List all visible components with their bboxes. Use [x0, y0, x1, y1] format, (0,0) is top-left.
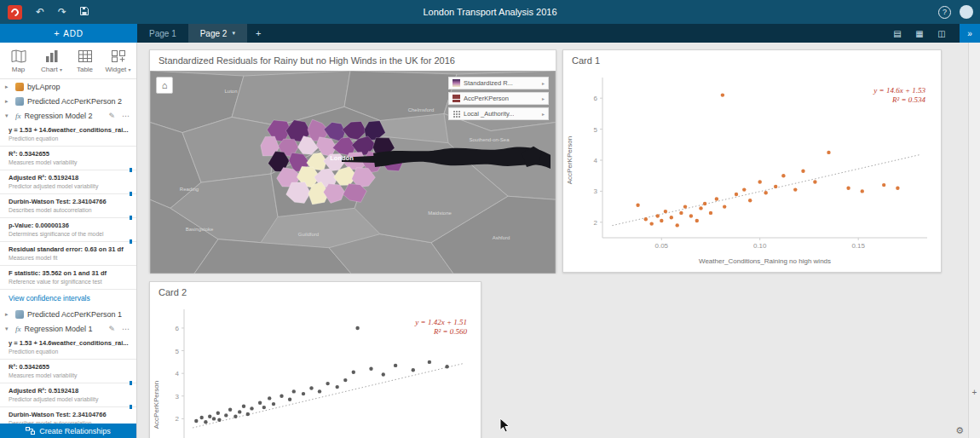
svg-text:AccPerKPerson: AccPerKPerson [153, 381, 160, 429]
tool-chart[interactable]: Chart ▾ [35, 49, 68, 73]
function-icon: fx [15, 325, 21, 333]
card-2-title: Card 2 [150, 282, 481, 303]
map-card-title: Standardized Residuals for Rainy but no … [150, 50, 556, 71]
legend-item-residuals[interactable]: Standardized R... ▸ [448, 77, 549, 89]
grid-view-icon[interactable]: ▦ [908, 29, 931, 38]
stat-row: y = 1.53 + 14.6weather_conditions_rai...… [0, 336, 136, 360]
card1-scatter-plot[interactable]: 234560.050.100.15Weather_Conditions_Rain… [563, 71, 941, 272]
stat-caption: Determines significance of the model [9, 230, 130, 239]
svg-text:Basingstoke: Basingstoke [186, 227, 214, 232]
relationship-icon [26, 427, 35, 435]
chevron-right-icon[interactable]: ▸ [5, 311, 12, 318]
svg-text:5: 5 [176, 348, 180, 355]
save-icon[interactable] [73, 6, 95, 19]
grid-swatch-icon [453, 110, 460, 118]
layout-icon[interactable]: ▤ [886, 29, 908, 38]
settings-gear-icon[interactable]: ⚙ [955, 425, 964, 436]
chevron-down-icon[interactable]: ▾ [129, 67, 131, 72]
user-avatar[interactable] [960, 5, 973, 19]
svg-text:R² = 0.560: R² = 0.560 [433, 327, 468, 336]
legend-item-local-authority[interactable]: Local _Authority... ▸ [448, 107, 549, 120]
svg-text:AccPerKPerson: AccPerKPerson [566, 136, 574, 184]
map-legend: Standardized R... ▸ AccPerKPerson ▸ Loca… [448, 77, 549, 123]
add-card-icon[interactable]: + [969, 388, 980, 397]
page-tab-bar: + ADD Page 1 Page 2 ▾ + ▤ ▦ ◫ » [0, 24, 980, 43]
sidebar-item-regression-2[interactable]: ▾ fx Regression Model 2 ✎ ⋯ [0, 108, 136, 123]
panel-toggle-icon[interactable]: » [960, 24, 980, 43]
svg-text:y = 1.42x + 1.51: y = 1.42x + 1.51 [414, 318, 467, 326]
svg-text:0.05: 0.05 [654, 242, 668, 250]
options-icon[interactable]: ⋯ [120, 325, 131, 333]
svg-text:London: London [330, 154, 354, 162]
svg-text:Maidstone: Maidstone [428, 210, 452, 216]
regression-label: Regression Model 2 [25, 112, 93, 120]
redo-icon[interactable]: ↷ [51, 6, 73, 18]
esri-logo [0, 0, 29, 24]
card2-scatter-plot[interactable]: 23456AccPerKPersony = 1.42x + 1.51R² = 0… [150, 303, 481, 438]
chevron-down-icon[interactable]: ▾ [232, 30, 235, 37]
rename-icon[interactable]: ✎ [107, 325, 117, 333]
tab-label: Page 1 [149, 29, 176, 38]
map-viewport[interactable]: LutonChelmsfordColchesterSouthend-on-Sea… [150, 71, 556, 274]
svg-text:3: 3 [594, 187, 598, 195]
chevron-down-icon[interactable]: ▾ [5, 326, 12, 332]
tab-page-2[interactable]: Page 2 ▾ [188, 24, 247, 43]
stat-row: p-Value: 0.00000136 Determines significa… [0, 218, 136, 242]
confidence-intervals-link[interactable]: View confidence intervals [0, 290, 136, 307]
rename-icon[interactable]: ✎ [107, 112, 117, 120]
add-button[interactable]: + ADD [0, 24, 137, 43]
sidebar-item-bylaprop[interactable]: ▸ byLAprop [0, 79, 136, 94]
tab-page-1[interactable]: Page 1 [137, 24, 188, 43]
tool-table[interactable]: Table [68, 49, 101, 73]
regression-2-stats: y = 1.53 + 14.6weather_conditions_rai...… [0, 123, 136, 290]
stat-value: y = 1.53 + 14.6weather_conditions_rai... [9, 125, 130, 135]
regression-1-stats: y = 1.53 + 14.6weather_conditions_rai...… [0, 336, 136, 438]
stat-value: Durbin-Watson Test: 2.34104766 [9, 197, 130, 206]
create-relationships-button[interactable]: Create Relationships [0, 424, 136, 438]
dataset-icon [15, 83, 24, 91]
regression-label: Regression Model 1 [25, 325, 93, 333]
scatter-card-2[interactable]: Card 2 23456AccPerKPersony = 1.42x + 1.5… [149, 281, 481, 438]
app-window: ↶ ↷ London Transport Analysis 2016 ? + A… [0, 0, 980, 438]
sidebar-item-predicted-1[interactable]: ▸ Predicted AccPerKPerson 1 [0, 307, 136, 321]
svg-text:4: 4 [176, 370, 180, 377]
chevron-right-icon[interactable]: ▸ [5, 84, 12, 90]
svg-text:Chelmsford: Chelmsford [408, 107, 435, 112]
chevron-right-icon[interactable]: ▸ [542, 95, 545, 101]
tool-widget[interactable]: Widget ▾ [101, 49, 135, 73]
legend-item-accperkperson[interactable]: AccPerKPerson ▸ [448, 92, 549, 105]
tool-map[interactable]: Map [2, 49, 35, 73]
svg-text:6: 6 [594, 95, 598, 102]
svg-text:4: 4 [594, 157, 598, 164]
stat-value: Durbin-Watson Test: 2.34104766 [9, 410, 130, 419]
svg-text:3: 3 [176, 393, 180, 401]
home-extent-button[interactable]: ⌂ [156, 77, 173, 94]
slides-icon[interactable]: ◫ [931, 29, 953, 38]
chevron-down-icon[interactable]: ▾ [5, 112, 12, 119]
stat-caption: Prediction equation [9, 348, 130, 356]
stat-value: Adjusted R²: 0.5192418 [9, 173, 130, 182]
svg-text:Weather_Conditions_Raining no: Weather_Conditions_Raining no high winds [699, 257, 831, 265]
new-page-button[interactable]: + [247, 24, 269, 43]
sidebar-item-regression-1[interactable]: ▾ fx Regression Model 1 ✎ ⋯ [0, 321, 136, 336]
help-icon[interactable]: ? [938, 6, 951, 19]
chevron-right-icon[interactable]: ▸ [542, 111, 545, 117]
card-1-title: Card 1 [563, 50, 941, 71]
svg-text:Ashford: Ashford [493, 235, 510, 240]
svg-text:Luton: Luton [225, 89, 238, 94]
options-icon[interactable]: ⋯ [120, 112, 131, 120]
undo-icon[interactable]: ↶ [29, 6, 51, 18]
right-rail: + [968, 43, 980, 438]
stat-row: Adjusted R²: 0.5192418 Predictor adjuste… [0, 383, 136, 407]
sidebar-item-predicted-2[interactable]: ▸ Predicted AccPerKPerson 2 [0, 94, 136, 108]
chevron-right-icon[interactable]: ▸ [5, 98, 12, 105]
scatter-card-1[interactable]: Card 1 234560.050.100.15Weather_Conditio… [562, 49, 942, 273]
chevron-down-icon[interactable]: ▾ [60, 67, 62, 72]
dataset-icon [15, 310, 24, 319]
stat-row: Durbin-Watson Test: 2.34104766 Describes… [0, 194, 136, 218]
stat-caption: Measures model fit [9, 254, 130, 262]
map-card[interactable]: Standardized Residuals for Rainy but no … [149, 49, 556, 273]
stat-value: p-Value: 0.00000136 [9, 221, 130, 230]
chevron-right-icon[interactable]: ▸ [542, 80, 545, 86]
plus-icon: + [54, 28, 60, 38]
